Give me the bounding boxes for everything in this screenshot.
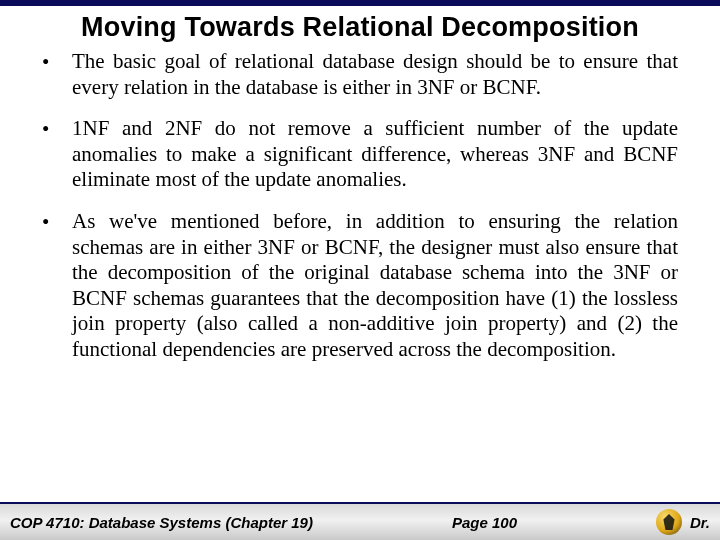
slide-title: Moving Towards Relational Decomposition xyxy=(0,6,720,45)
bullet-text: 1NF and 2NF do not remove a sufficient n… xyxy=(72,116,678,193)
ucf-logo-icon xyxy=(656,509,682,535)
bullet-marker: • xyxy=(42,116,72,142)
bullet-item: • The basic goal of relational database … xyxy=(42,49,678,100)
bullet-text: The basic goal of relational database de… xyxy=(72,49,678,100)
bullet-marker: • xyxy=(42,49,72,75)
footer-page: Page 100 xyxy=(313,514,656,531)
footer-course: COP 4710: Database Systems (Chapter 19) xyxy=(10,514,313,531)
bullet-item: • 1NF and 2NF do not remove a sufficient… xyxy=(42,116,678,193)
slide-footer: COP 4710: Database Systems (Chapter 19) … xyxy=(0,502,720,540)
slide-body: • The basic goal of relational database … xyxy=(0,45,720,363)
bullet-marker: • xyxy=(42,209,72,235)
footer-author: Dr. xyxy=(690,514,710,531)
bullet-text: As we've mentioned before, in addition t… xyxy=(72,209,678,363)
bullet-item: • As we've mentioned before, in addition… xyxy=(42,209,678,363)
